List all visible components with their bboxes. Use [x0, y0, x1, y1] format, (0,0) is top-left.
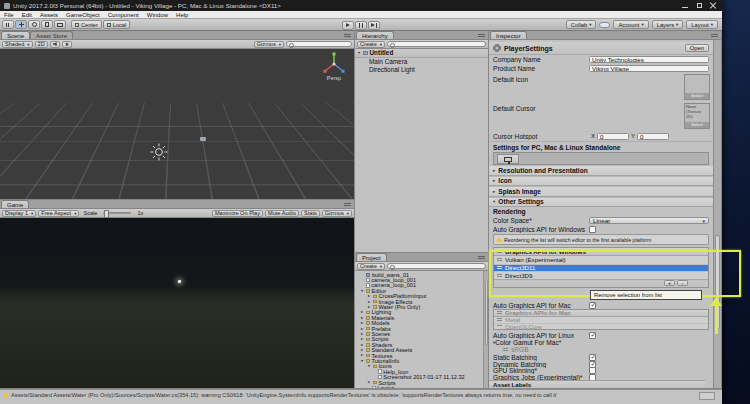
foldout-icon[interactable]	[367, 305, 371, 309]
hierarchy-create-dropdown[interactable]: Create	[357, 41, 385, 48]
product-name-field[interactable]: Viking Village	[589, 65, 709, 72]
auto-graphics-linux-checkbox[interactable]	[589, 332, 596, 339]
stats-toggle[interactable]: Stats	[301, 210, 320, 217]
cursor-hotspot-y[interactable]: 0	[637, 133, 669, 140]
hierarchy-item-main-camera[interactable]: Main Camera	[355, 58, 488, 66]
tab-game[interactable]: Game	[1, 200, 29, 208]
foldout-icon[interactable]	[367, 294, 371, 298]
menu-assets[interactable]: Assets	[36, 12, 62, 18]
hierarchy-item-directional-light[interactable]: Directional Light	[355, 66, 488, 74]
project-scrollbar[interactable]	[483, 271, 488, 388]
project-search-input[interactable]	[387, 263, 486, 270]
menu-window[interactable]: Window	[143, 12, 172, 18]
open-button[interactable]: Open	[685, 44, 709, 52]
layers-dropdown[interactable]: Layers	[652, 20, 684, 29]
mute-audio-toggle[interactable]: Mute Audio	[265, 210, 299, 217]
company-name-field[interactable]: Unity Technologies	[589, 56, 709, 63]
maximize-button[interactable]	[696, 3, 702, 9]
inspector-scrollbar[interactable]	[713, 40, 721, 388]
step-button[interactable]	[368, 21, 380, 30]
foldout-icon[interactable]	[360, 310, 364, 314]
play-button[interactable]	[342, 21, 354, 30]
game-viewport[interactable]	[0, 218, 354, 388]
default-icon-slot[interactable]: Select	[684, 74, 710, 100]
color-space-dropdown[interactable]: Linear	[589, 217, 709, 225]
menu-gameobject[interactable]: GameObject	[62, 12, 104, 18]
color-gamut-row[interactable]: Color Gamut For Mac*	[489, 339, 713, 346]
section-other-settings[interactable]: Other Settings	[489, 197, 713, 208]
2d-toggle[interactable]: 2D	[35, 41, 48, 48]
menu-file[interactable]: File	[0, 12, 18, 18]
foldout-icon[interactable]	[360, 321, 364, 325]
minimize-button[interactable]	[682, 3, 688, 9]
default-cursor-slot[interactable]: None (Texture 2D) Select	[684, 103, 710, 129]
foldout-icon[interactable]	[360, 289, 364, 293]
scene-root-row[interactable]: Untitled	[355, 49, 488, 58]
section-splash-image[interactable]: Splash Image	[489, 186, 713, 197]
rendering-header: Rendering	[489, 207, 713, 216]
game-gizmos-dropdown[interactable]: Gizmos	[322, 210, 352, 217]
scale-tool-button[interactable]	[41, 20, 53, 29]
menu-component[interactable]: Component	[104, 12, 143, 18]
pivot-toggle-button[interactable]: Center	[71, 20, 102, 29]
cursor-hotspot-x[interactable]: 0	[597, 133, 629, 140]
aspect-dropdown[interactable]: Free Aspect	[38, 210, 79, 217]
foldout-icon[interactable]	[360, 359, 364, 363]
status-widget[interactable]	[699, 392, 715, 400]
tab-inspector[interactable]: Inspector	[490, 31, 527, 39]
foldout-icon[interactable]	[367, 364, 371, 368]
close-button[interactable]	[710, 3, 716, 9]
scene-gizmos-dropdown[interactable]: Gizmos	[254, 41, 284, 48]
section-resolution[interactable]: Resolution and Presentation	[489, 165, 713, 176]
section-icon[interactable]: Icon	[489, 176, 713, 187]
status-message[interactable]: Assets/Standard Assets/Water (Pro Only)/…	[11, 392, 697, 398]
foldout-icon[interactable]	[367, 380, 371, 384]
tab-asset-store[interactable]: Asset Store	[30, 31, 73, 39]
cloud-icon[interactable]	[599, 22, 610, 28]
panel-menu-icon[interactable]	[478, 34, 485, 38]
scene-viewport[interactable]: Persp	[0, 49, 354, 199]
asset-labels-bar[interactable]: Asset Labels	[489, 380, 705, 388]
project-item[interactable]: Layout	[358, 385, 483, 388]
foldout-icon[interactable]	[357, 51, 361, 55]
foldout-icon[interactable]	[360, 337, 364, 341]
rotate-tool-button[interactable]	[28, 20, 40, 29]
select-button[interactable]: Select	[685, 93, 709, 99]
auto-graphics-mac-checkbox[interactable]	[589, 302, 596, 309]
maximize-on-play-toggle[interactable]: Maximize On Play	[212, 210, 263, 217]
select-button[interactable]: Select	[685, 122, 709, 128]
hierarchy-search-input[interactable]	[387, 41, 486, 48]
shaded-dropdown[interactable]: Shaded	[2, 41, 33, 48]
project-create-dropdown[interactable]: Create	[357, 263, 385, 270]
layout-dropdown[interactable]: Layout	[686, 20, 718, 29]
status-bar[interactable]: Assets/Standard Assets/Water (Pro Only)/…	[0, 389, 722, 404]
move-tool-button[interactable]	[15, 20, 27, 29]
platform-tab-standalone[interactable]	[497, 154, 519, 164]
panel-menu-icon[interactable]	[344, 34, 351, 38]
scene-search-input[interactable]	[286, 41, 352, 48]
account-dropdown[interactable]: Account	[613, 20, 648, 29]
hand-tool-button[interactable]	[2, 20, 14, 29]
menu-edit[interactable]: Edit	[18, 12, 36, 18]
camera-gizmo-icon[interactable]	[200, 137, 206, 141]
scrollbar-thumb[interactable]	[485, 280, 488, 344]
sun-gizmo-icon[interactable]	[150, 143, 168, 161]
panel-menu-icon[interactable]	[344, 203, 351, 207]
tab-project[interactable]: Project	[356, 253, 387, 261]
scene-audio-toggle[interactable]	[50, 41, 60, 48]
collab-dropdown[interactable]: Collab	[566, 20, 597, 29]
tab-hierarchy[interactable]: Hierarchy	[356, 31, 394, 39]
menu-help[interactable]: Help	[172, 12, 192, 18]
auto-graphics-windows-checkbox[interactable]	[589, 226, 596, 233]
panel-menu-icon[interactable]	[478, 256, 485, 260]
scale-slider[interactable]	[103, 212, 131, 214]
panel-menu-icon[interactable]	[711, 34, 718, 38]
tab-scene[interactable]: Scene	[1, 31, 30, 39]
axis-gizmo[interactable]: Persp	[321, 52, 347, 81]
folder-icon	[366, 354, 371, 358]
space-toggle-button[interactable]: Local	[103, 20, 130, 29]
pause-button[interactable]	[355, 21, 367, 30]
rect-tool-button[interactable]	[54, 20, 66, 29]
scene-effects-toggle[interactable]	[62, 41, 73, 48]
display-dropdown[interactable]: Display 1	[2, 210, 36, 217]
